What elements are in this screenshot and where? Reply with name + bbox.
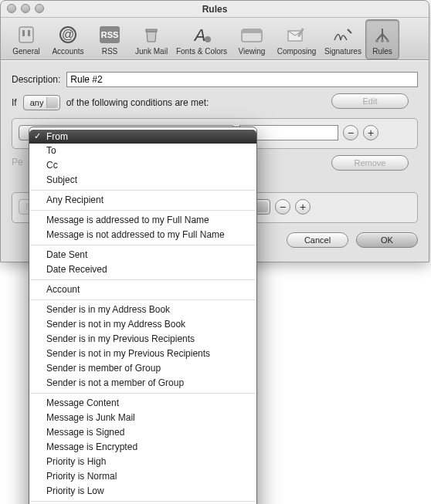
- menu-item[interactable]: Account: [29, 282, 256, 297]
- menu-item[interactable]: Priority is High: [29, 455, 256, 469]
- menu-separator: [30, 245, 256, 245]
- titlebar[interactable]: Rules: [1, 1, 429, 18]
- window-controls: [7, 4, 44, 13]
- svg-rect-11: [242, 29, 262, 33]
- menu-item[interactable]: To: [29, 144, 256, 158]
- menu-item[interactable]: Cc: [29, 158, 256, 173]
- menu-item[interactable]: Date Sent: [29, 248, 256, 262]
- svg-point-14: [375, 39, 378, 42]
- tab-label: Accounts: [52, 47, 83, 56]
- tab-label: Viewing: [239, 47, 266, 56]
- menu-item[interactable]: Sender is member of Group: [29, 361, 256, 376]
- window-title: Rules: [1, 1, 429, 18]
- menu-item[interactable]: Message is Signed: [29, 425, 256, 440]
- tab-label: Signatures: [324, 47, 361, 56]
- tab-composing[interactable]: Composing: [273, 19, 321, 59]
- trash-icon: [140, 24, 163, 46]
- edit-rule-button[interactable]: Edit: [331, 93, 409, 109]
- svg-rect-2: [28, 30, 30, 36]
- tab-label: General: [12, 47, 40, 56]
- menu-separator: [30, 299, 256, 300]
- menu-item[interactable]: Sender is in my Previous Recipients: [29, 332, 256, 347]
- menu-item[interactable]: Any Recipient: [29, 193, 256, 208]
- menu-item[interactable]: Priority is Normal: [29, 469, 256, 484]
- rules-icon: [371, 24, 394, 46]
- condition-field-menu: ✓ From To Cc Subject Any Recipient Messa…: [29, 127, 257, 504]
- switch-icon: [15, 24, 38, 46]
- menu-item[interactable]: Sender is in my Address Book: [29, 303, 256, 317]
- tab-rss[interactable]: RSS RSS: [89, 19, 131, 59]
- if-suffix: of the following conditions are met:: [66, 97, 209, 108]
- description-row: Description:: [12, 72, 418, 87]
- svg-point-16: [386, 39, 389, 42]
- font-icon: A: [190, 24, 213, 46]
- viewing-icon: [240, 24, 263, 46]
- menu-separator: [30, 279, 256, 280]
- menu-item[interactable]: Sender is not in my Previous Recipients: [29, 347, 256, 361]
- if-row: If any of the following conditions are m…: [12, 95, 418, 110]
- if-label: If: [12, 97, 17, 108]
- tab-fonts-colors[interactable]: A Fonts & Colors: [172, 19, 231, 59]
- menu-item-selected[interactable]: ✓ From: [29, 130, 256, 144]
- scope-popup[interactable]: any: [23, 95, 60, 110]
- at-icon: @: [56, 24, 80, 46]
- tab-label: Fonts & Colors: [176, 47, 227, 56]
- scope-value: any: [30, 98, 44, 107]
- menu-item[interactable]: Message is Junk Mail: [29, 411, 256, 425]
- remove-rule-button[interactable]: Remove: [331, 155, 409, 171]
- svg-rect-0: [19, 27, 33, 42]
- pref-toolbar: General @ Accounts RSS RSS Junk Mail A F…: [1, 18, 429, 60]
- cancel-button[interactable]: Cancel: [287, 232, 348, 248]
- remove-action-button[interactable]: −: [275, 199, 290, 215]
- compose-icon: [285, 24, 308, 46]
- svg-rect-7: [146, 29, 157, 32]
- add-action-button[interactable]: +: [295, 199, 311, 215]
- tab-label: Rules: [372, 47, 392, 56]
- tab-junk-mail[interactable]: Junk Mail: [131, 19, 172, 59]
- menu-item[interactable]: Subject: [29, 173, 256, 188]
- tab-label: Composing: [277, 47, 317, 56]
- menu-item[interactable]: Message is addressed to my Full Name: [29, 213, 256, 228]
- svg-text:A: A: [193, 25, 206, 45]
- menu-item[interactable]: Sender is not in my Address Book: [29, 317, 256, 332]
- svg-text:RSS: RSS: [101, 30, 119, 39]
- perform-label-fragment: Pe: [12, 157, 23, 167]
- zoom-icon[interactable]: [35, 4, 44, 13]
- menu-item[interactable]: Priority is Low: [29, 484, 256, 499]
- signature-icon: [331, 24, 355, 46]
- tab-accounts[interactable]: @ Accounts: [47, 19, 89, 59]
- menu-item[interactable]: Message is Encrypted: [29, 440, 256, 455]
- tab-label: RSS: [102, 47, 118, 56]
- svg-point-9: [205, 36, 211, 42]
- description-label: Description:: [12, 74, 60, 85]
- add-condition-button[interactable]: +: [363, 125, 378, 140]
- svg-point-15: [381, 39, 384, 42]
- close-icon[interactable]: [7, 4, 16, 13]
- ok-button[interactable]: OK: [356, 232, 418, 248]
- chevrons-icon: [51, 100, 56, 106]
- tab-viewing[interactable]: Viewing: [231, 19, 273, 59]
- menu-separator: [30, 210, 256, 211]
- chevrons-icon: [261, 204, 266, 210]
- menu-item-label: From: [46, 131, 68, 142]
- remove-condition-button[interactable]: −: [343, 125, 358, 140]
- svg-text:@: @: [62, 28, 74, 41]
- menu-item[interactable]: Date Received: [29, 262, 256, 277]
- tab-signatures[interactable]: Signatures: [321, 19, 365, 59]
- menu-separator: [30, 501, 256, 502]
- menu-item[interactable]: Sender is not a member of Group: [29, 376, 256, 391]
- svg-rect-1: [22, 30, 25, 36]
- menu-item[interactable]: Message Content: [29, 396, 256, 411]
- tab-rules[interactable]: Rules: [365, 19, 399, 59]
- tab-label: Junk Mail: [135, 47, 168, 56]
- tab-general[interactable]: General: [5, 19, 47, 59]
- rss-icon: RSS: [98, 24, 121, 46]
- checkmark-icon: ✓: [34, 131, 41, 141]
- menu-separator: [30, 190, 256, 191]
- menu-item[interactable]: Message is not addressed to my Full Name: [29, 228, 256, 242]
- minimize-icon[interactable]: [21, 4, 30, 13]
- description-input[interactable]: [66, 72, 418, 87]
- menu-separator: [30, 393, 256, 394]
